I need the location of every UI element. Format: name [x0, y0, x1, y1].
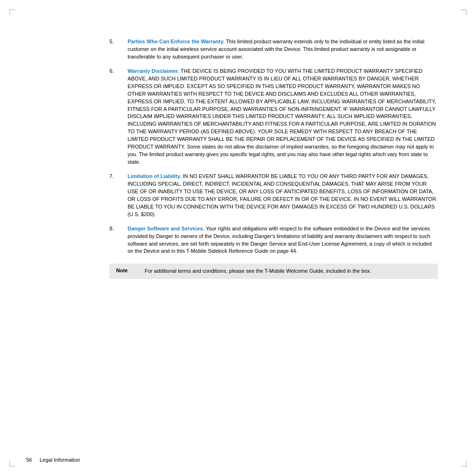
- corner-mark-br: [461, 461, 466, 466]
- item-number: 6.: [109, 68, 128, 166]
- list-item: 6. Warranty Disclaimer. THE DEVICE IS BE…: [109, 68, 438, 166]
- content-area: 5. Parties Who Can Enforce the Warranty.…: [109, 38, 438, 279]
- page-container: 5. Parties Who Can Enforce the Warranty.…: [0, 0, 476, 476]
- item-title: Danger Software and Services.: [128, 226, 204, 231]
- item-content: Warranty Disclaimer. THE DEVICE IS BEING…: [128, 68, 438, 166]
- item-content: Limitation of Liability. IN NO EVENT SHA…: [128, 173, 438, 218]
- list-item: 5. Parties Who Can Enforce the Warranty.…: [109, 38, 438, 61]
- note-label: Note: [116, 268, 145, 273]
- item-title: Warranty Disclaimer.: [128, 68, 179, 74]
- note-box: Note For additional terms and conditions…: [109, 264, 438, 278]
- corner-mark-bl: [10, 461, 15, 466]
- item-body: THE DEVICE IS BEING PROVIDED TO YOU WITH…: [128, 68, 436, 165]
- item-body: IN NO EVENT SHALL WARRANTOR BE LIABLE TO…: [128, 173, 436, 217]
- note-text: For additional terms and conditions, ple…: [145, 268, 371, 275]
- list-item: 8. Danger Software and Services. Your ri…: [109, 225, 438, 256]
- footer-section: Legal Information: [40, 457, 80, 463]
- item-content: Danger Software and Services. Your right…: [128, 225, 438, 256]
- item-number: 7.: [109, 173, 128, 218]
- item-title: Limitation of Liability.: [128, 173, 181, 179]
- footer-text: 56 Legal Information: [26, 457, 80, 463]
- item-number: 8.: [109, 225, 128, 256]
- corner-mark-tl: [10, 10, 15, 15]
- list-item: 7. Limitation of Liability. IN NO EVENT …: [109, 173, 438, 218]
- corner-mark-tr: [461, 10, 466, 15]
- item-number: 5.: [109, 38, 128, 61]
- item-title: Parties Who Can Enforce the Warranty.: [128, 39, 225, 44]
- item-content: Parties Who Can Enforce the Warranty. Th…: [128, 38, 438, 61]
- page-footer: 56 Legal Information: [26, 457, 80, 463]
- page-number: 56: [26, 457, 32, 463]
